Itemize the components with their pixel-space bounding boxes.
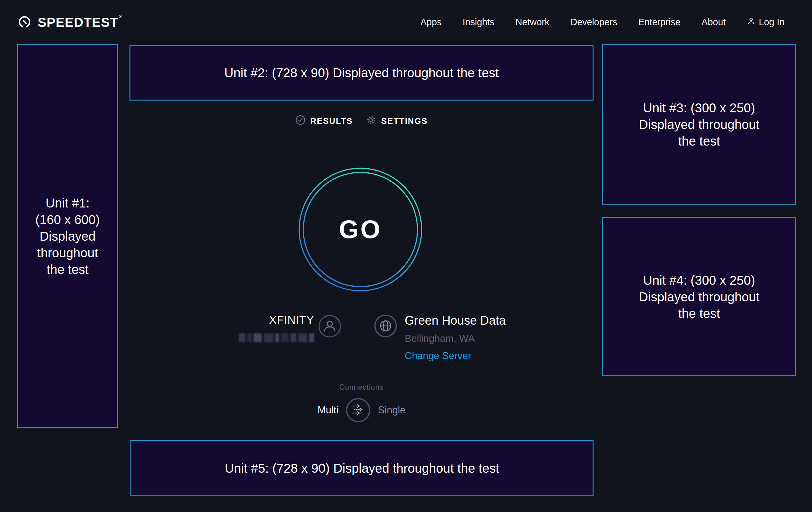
tab-settings[interactable]: SETTINGS (366, 115, 428, 127)
nav-item-apps[interactable]: Apps (420, 17, 441, 27)
speedtest-logo[interactable]: SPEEDTEST® (17, 14, 122, 30)
server-block: Green House Data Bellingham, WA Change S… (405, 314, 506, 362)
ad-unit-4-rectangle[interactable]: Unit #4: (300 x 250) Displayed throughou… (602, 217, 796, 376)
nav-item-developers[interactable]: Developers (571, 17, 617, 27)
user-icon (747, 17, 756, 28)
isp-name: XFINITY (229, 314, 314, 326)
tab-results[interactable]: RESULTS (295, 115, 353, 127)
multi-arrows-icon (351, 403, 365, 417)
main-nav: Apps Insights Network Developers Enterpr… (420, 17, 785, 28)
go-button-label: GO (298, 168, 422, 291)
ip-address-redacted (229, 333, 314, 342)
connections-mode-row: Multi Single (318, 398, 406, 422)
ad-unit-3-label: Unit #3: (300 x 250) Displayed throughou… (639, 100, 759, 150)
server-name: Green House Data (405, 314, 506, 327)
check-circle-icon (295, 115, 306, 127)
ad-unit-2-label: Unit #2: (728 x 90) Displayed throughout… (224, 64, 499, 81)
tab-results-label: RESULTS (310, 116, 353, 126)
ad-unit-2-leaderboard[interactable]: Unit #2: (728 x 90) Displayed throughout… (129, 45, 593, 101)
connections-toggle[interactable] (346, 398, 370, 422)
go-button[interactable]: GO (298, 168, 422, 291)
isp-block: XFINITY (229, 314, 314, 342)
server-location: Bellingham, WA (405, 333, 506, 344)
connections-label: Connections (129, 383, 593, 392)
ad-unit-3-rectangle[interactable]: Unit #3: (300 x 250) Displayed throughou… (602, 44, 796, 205)
nav-item-enterprise[interactable]: Enterprise (638, 17, 680, 27)
tab-settings-label: SETTINGS (381, 116, 428, 126)
ad-unit-1-skyscraper[interactable]: Unit #1: (160 x 600) Displayed throughou… (17, 44, 118, 428)
speedometer-icon (17, 14, 32, 30)
connections-multi-option[interactable]: Multi (318, 404, 338, 416)
connections-section: Connections Multi Single (129, 383, 593, 422)
gear-icon (366, 115, 376, 127)
login-button[interactable]: Log In (747, 17, 785, 28)
ad-unit-4-label: Unit #4: (300 x 250) Displayed throughou… (639, 272, 759, 322)
trademark-mark: ® (119, 14, 122, 19)
ad-unit-1-label: Unit #1: (160 x 600) Displayed throughou… (35, 195, 100, 278)
ad-unit-5-label: Unit #5: (728 x 90) Displayed throughout… (225, 460, 499, 477)
login-label: Log In (759, 17, 785, 27)
brand-name: SPEEDTEST® (38, 14, 122, 30)
ad-unit-5-leaderboard[interactable]: Unit #5: (728 x 90) Displayed throughout… (130, 440, 593, 496)
nav-item-about[interactable]: About (702, 17, 726, 27)
results-settings-tabs: RESULTS SETTINGS (129, 115, 593, 127)
nav-item-insights[interactable]: Insights (462, 17, 494, 27)
connections-single-option[interactable]: Single (378, 404, 405, 416)
isp-person-icon (318, 315, 341, 338)
nav-item-network[interactable]: Network (515, 17, 549, 27)
change-server-link[interactable]: Change Server (405, 350, 471, 362)
top-nav-bar: SPEEDTEST® Apps Insights Network Develop… (0, 0, 812, 44)
server-globe-icon (374, 315, 397, 338)
